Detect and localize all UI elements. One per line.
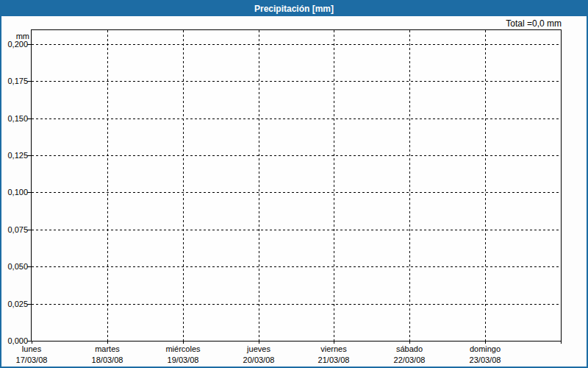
- gridline-horizontal: [32, 230, 561, 230]
- y-tick-label: 0,125: [7, 151, 28, 160]
- x-tick-label: jueves20/03/08: [243, 344, 275, 366]
- x-tick-date: 20/03/08: [243, 355, 275, 366]
- y-tick-label: 0,025: [7, 300, 28, 308]
- chart-title: Precipitación [mm]: [254, 4, 334, 14]
- y-tick-label: 0,050: [7, 262, 28, 271]
- gridline-horizontal: [32, 81, 561, 82]
- x-tick-label: viernes21/03/08: [318, 344, 350, 366]
- chart-title-bar: Precipitación [mm]: [1, 1, 587, 16]
- gridline-horizontal: [32, 266, 561, 267]
- gridline-vertical: [183, 30, 184, 341]
- gridline-horizontal: [32, 118, 561, 119]
- x-tick-label: domingo23/03/08: [470, 344, 501, 366]
- x-tick-day-name: martes: [92, 344, 123, 355]
- plot-area: 0,2000,1750,1500,1250,1000,0750,0500,025…: [31, 29, 562, 342]
- x-axis-tick: [561, 341, 562, 344]
- x-tick-day-name: jueves: [243, 344, 275, 355]
- gridline-horizontal: [32, 304, 561, 305]
- gridline-vertical: [485, 30, 486, 341]
- x-tick-day-name: miércoles: [165, 344, 200, 355]
- chart-window: Precipitación [mm] Total =0,0 mm mm 0,20…: [0, 0, 588, 368]
- gridline-vertical: [409, 30, 410, 341]
- y-tick-label: 0,075: [7, 225, 28, 234]
- gridline-horizontal: [32, 155, 561, 156]
- y-tick-label: 0,175: [7, 77, 28, 85]
- x-tick-day-name: viernes: [318, 344, 350, 355]
- x-tick-label: lunes17/03/08: [16, 344, 48, 366]
- y-tick-label: 0,100: [7, 188, 28, 197]
- x-tick-date: 23/03/08: [470, 355, 501, 366]
- gridline-horizontal: [32, 192, 561, 193]
- gridline-vertical: [107, 30, 108, 341]
- x-tick-date: 17/03/08: [16, 355, 48, 366]
- x-tick-date: 22/03/08: [394, 355, 426, 366]
- x-tick-label: martes18/03/08: [92, 344, 123, 366]
- x-tick-date: 18/03/08: [92, 355, 123, 366]
- x-tick-label: miércoles19/03/08: [165, 344, 200, 366]
- x-tick-day-name: lunes: [16, 344, 48, 355]
- gridline-horizontal: [32, 44, 561, 45]
- x-tick-date: 19/03/08: [165, 355, 200, 366]
- x-tick-date: 21/03/08: [318, 355, 350, 366]
- total-annotation: Total =0,0 mm: [506, 18, 562, 29]
- gridline-vertical: [259, 30, 259, 341]
- y-tick-label: 0,150: [7, 114, 28, 123]
- y-tick-label: 0,200: [7, 40, 28, 49]
- x-tick-day-name: sábado: [394, 344, 426, 355]
- x-tick-label: sábado22/03/08: [394, 344, 426, 366]
- gridline-vertical: [334, 30, 334, 341]
- x-tick-day-name: domingo: [470, 344, 501, 355]
